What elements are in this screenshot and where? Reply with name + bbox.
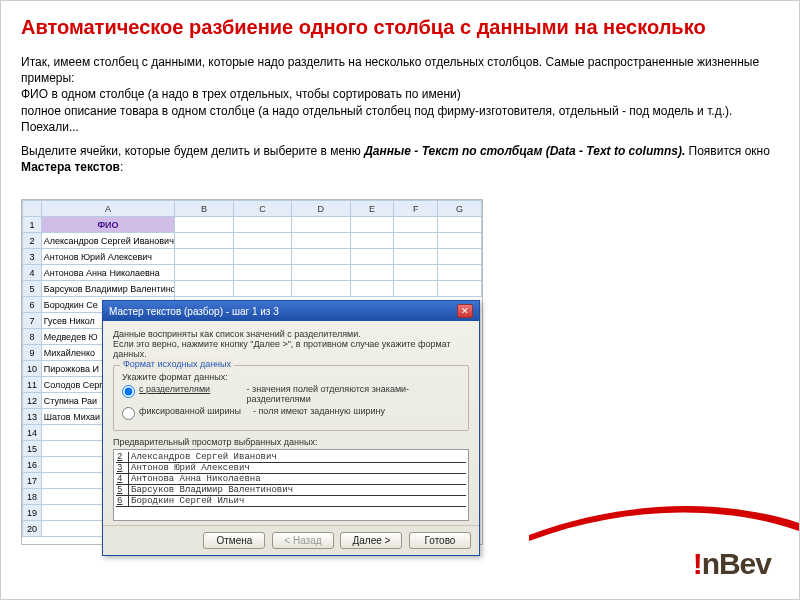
cell: Антонова Анна Николаевна (41, 265, 175, 281)
row-header: 12 (23, 393, 42, 409)
preview-row: 5Барсуков Владимир Валентинович (116, 485, 466, 496)
row-header: 11 (23, 377, 42, 393)
cell: Барсуков Владимир Валентинович (41, 281, 175, 297)
corner-cell (23, 201, 42, 217)
row-header: 19 (23, 505, 42, 521)
swoosh-graphic (529, 493, 799, 543)
back-button[interactable]: < Назад (272, 532, 334, 549)
cell: Александров Сергей Иванович (41, 233, 175, 249)
row-header: 7 (23, 313, 42, 329)
preview-box[interactable]: 2Александров Сергей Иванович 3Антонов Юр… (113, 449, 469, 521)
format-prompt: Укажите формат данных: (122, 372, 460, 382)
close-icon[interactable]: ✕ (457, 304, 473, 318)
row-header: 8 (23, 329, 42, 345)
finish-button[interactable]: Готово (409, 532, 471, 549)
dialog-titlebar[interactable]: Мастер текстов (разбор) - шаг 1 из 3 ✕ (103, 301, 479, 321)
instr-text-1: Выделите ячейки, которые будем делить и … (21, 144, 364, 158)
col-header: F (394, 201, 438, 217)
col-header: G (438, 201, 482, 217)
col-header: B (175, 201, 233, 217)
row-header: 1 (23, 217, 42, 233)
row-header: 17 (23, 473, 42, 489)
format-groupbox: Формат исходных данных Укажите формат да… (113, 365, 469, 431)
row-header: 2 (23, 233, 42, 249)
page-title: Автоматическое разбиение одного столбца … (21, 15, 779, 40)
preview-row: 6Бородкин Сергей Ильич (116, 496, 466, 507)
row-header: 4 (23, 265, 42, 281)
instr-text-2: Появится окно (689, 144, 770, 158)
col-header: D (292, 201, 350, 217)
row-header: 10 (23, 361, 42, 377)
intro-paragraph: Итак, имеем столбец с данными, которые н… (21, 54, 779, 135)
group-legend: Формат исходных данных (120, 359, 234, 369)
text-wizard-dialog: Мастер текстов (разбор) - шаг 1 из 3 ✕ Д… (102, 300, 480, 556)
radio-delimited-hint: - значения полей отделяются знаками-разд… (247, 384, 460, 404)
cell: Антонов Юрий Алексевич (41, 249, 175, 265)
row-header: 9 (23, 345, 42, 361)
cancel-button[interactable]: Отмена (203, 532, 265, 549)
col-header: C (233, 201, 291, 217)
inbev-logo: !nBev (693, 547, 771, 581)
logo-n: n (702, 547, 719, 580)
dialog-button-bar: Отмена < Назад Далее > Готово (103, 525, 479, 555)
row-header: 6 (23, 297, 42, 313)
preview-row: 2Александров Сергей Иванович (116, 452, 466, 463)
menu-path: Данные - Текст по столбцам (Data - Text … (364, 144, 688, 158)
dialog-title: Мастер текстов (разбор) - шаг 1 из 3 (109, 306, 279, 317)
row-header: 20 (23, 521, 42, 537)
col-header: A (41, 201, 175, 217)
wizard-name: Мастера текстов (21, 160, 120, 174)
row-header: 15 (23, 441, 42, 457)
radio-delimited[interactable] (122, 385, 135, 398)
instr-text-3: : (120, 160, 123, 174)
row-header: 3 (23, 249, 42, 265)
radio-fixed-label: фиксированной ширины (139, 406, 241, 416)
preview-row: 4Антонова Анна Николаевна (116, 474, 466, 485)
logo-bang: ! (693, 547, 702, 580)
fio-header-cell: ФИО (41, 217, 175, 233)
row-header: 18 (23, 489, 42, 505)
embedded-screenshot: A B C D E F G 1ФИО 2Александров Сергей И… (21, 199, 483, 545)
instruction-paragraph: Выделите ячейки, которые будем делить и … (21, 143, 779, 175)
dialog-intro-1: Данные восприняты как список значений с … (113, 329, 469, 339)
dialog-intro-2: Если это верно, нажмите кнопку "Далее >"… (113, 339, 469, 359)
radio-delimited-label: с разделителями (139, 384, 210, 394)
row-header: 13 (23, 409, 42, 425)
logo-bev: Bev (719, 547, 771, 580)
radio-fixed-width[interactable] (122, 407, 135, 420)
preview-label: Предварительный просмотр выбранных данны… (113, 437, 469, 447)
radio-fixed-hint: - поля имеют заданную ширину (253, 406, 385, 416)
row-header: 5 (23, 281, 42, 297)
row-header: 16 (23, 457, 42, 473)
preview-row: 3Антонов Юрий Алексевич (116, 463, 466, 474)
col-header: E (350, 201, 394, 217)
next-button[interactable]: Далее > (340, 532, 402, 549)
row-header: 14 (23, 425, 42, 441)
